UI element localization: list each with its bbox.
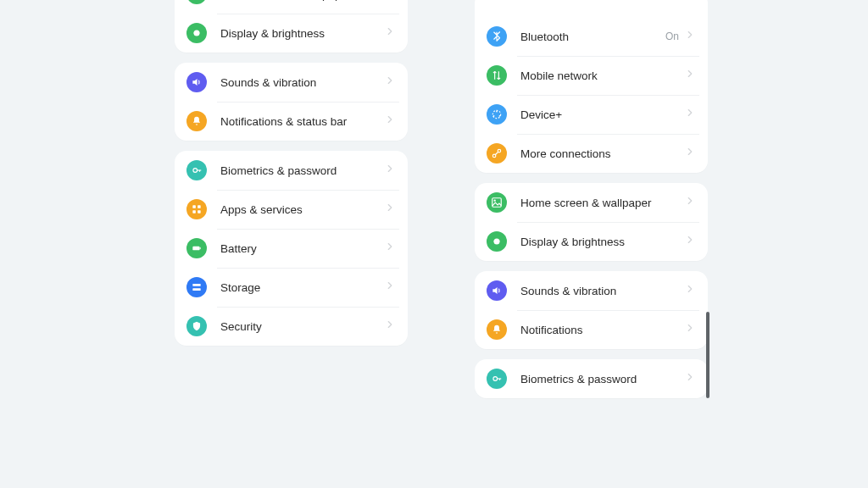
settings-card: Biometrics & passwordApps & servicesBatt… [175,151,408,346]
settings-row-display-brightness[interactable]: Display & brightness [175,14,408,53]
svg-point-15 [493,115,495,117]
settings-row-label: More connections [520,147,681,160]
home-wallpaper-icon [186,0,207,4]
more-connections-icon [487,143,507,164]
svg-rect-10 [200,247,201,249]
settings-card: Biometrics & password [475,359,708,398]
settings-row-label: Home screen & wallpaper [520,197,681,209]
settings-card: BluetoothOnMobile networkDevice+More con… [475,0,708,173]
settings-row-label: Notifications [520,324,681,336]
svg-rect-12 [192,288,200,291]
battery-icon [186,238,207,258]
settings-row-label: Security [220,320,381,333]
settings-row-label: Notifications & status bar [220,115,381,128]
svg-point-21 [494,239,500,245]
settings-row-home-screen-wallpaper[interactable]: Home screen & wallpaper [475,183,708,222]
sounds-icon [487,280,507,301]
settings-card: Home screen & wallpaperDisplay & brightn… [475,183,708,261]
settings-row-label: Device+ [520,108,681,121]
settings-row-biometrics-password[interactable]: Biometrics & password [175,151,408,190]
settings-row-sounds-vibration[interactable]: Sounds & vibration [475,271,708,310]
settings-row-bluetooth[interactable]: BluetoothOn [475,17,708,56]
svg-rect-5 [192,205,196,208]
chevron-right-icon [681,322,696,337]
settings-row-display-brightness[interactable]: Display & brightness [475,222,708,261]
settings-row-notifications[interactable]: Notifications [475,310,708,349]
settings-row-label: Display & brightness [520,236,681,248]
settings-row-label: Storage [220,281,381,294]
settings-row-label: Battery [220,242,381,255]
svg-point-4 [193,169,198,173]
chevron-right-icon [381,319,396,334]
settings-row-label: Bluetooth [520,30,665,43]
svg-rect-19 [492,198,502,208]
svg-rect-9 [192,247,199,251]
settings-row-sounds-vibration[interactable]: Sounds & vibration [175,63,408,102]
display-brightness-icon [186,23,207,43]
display-brightness-icon [487,231,507,252]
settings-row-label: Biometrics & password [520,373,681,385]
settings-row-security[interactable]: Security [175,307,408,346]
settings-row-apps-services[interactable]: Apps & services [175,190,408,229]
chevron-right-icon [681,29,696,44]
device-plus-icon [487,104,507,125]
chevron-right-icon [681,146,696,161]
chevron-right-icon [681,68,696,83]
chevron-right-icon [681,107,696,122]
sounds-icon [186,72,207,92]
notifications-icon [186,111,207,131]
settings-row-more-connections[interactable]: More connections [475,134,708,173]
settings-card: Sounds & vibrationNotifications [475,271,708,349]
notifications-icon [487,319,507,340]
svg-rect-7 [192,210,196,214]
settings-row-battery[interactable]: Battery [175,229,408,268]
settings-row-storage[interactable]: Storage [175,268,408,307]
chevron-right-icon [381,75,396,90]
apps-icon [186,199,207,219]
settings-panel-left: Home screen & wallpaperDisplay & brightn… [175,0,408,346]
security-icon [186,316,207,336]
chevron-right-icon [381,241,396,256]
chevron-right-icon [681,371,696,386]
svg-point-2 [194,30,200,36]
settings-row-home-screen-wallpaper[interactable]: Home screen & wallpaper [175,0,408,14]
svg-rect-8 [198,210,201,214]
svg-point-16 [499,115,501,117]
home-wallpaper-icon [487,192,507,213]
bluetooth-icon [487,26,507,47]
settings-row-label: Biometrics & password [220,164,381,177]
settings-row-mobile-network[interactable]: Mobile network [475,56,708,95]
svg-point-20 [494,200,496,202]
mobile-network-icon [487,65,507,86]
svg-rect-11 [192,284,200,286]
settings-row-label: Mobile network [520,69,681,82]
chevron-right-icon [381,0,396,2]
settings-card: Sounds & vibrationNotifications & status… [175,63,408,141]
biometrics-icon [487,369,507,389]
chevron-right-icon [381,163,396,178]
settings-row-label: Home screen & wallpaper [220,0,381,1]
svg-point-14 [496,111,498,113]
chevron-right-icon [681,283,696,298]
settings-row-label: Sounds & vibration [520,285,681,297]
scroll-indicator[interactable] [706,312,709,398]
storage-icon [186,277,207,297]
chevron-right-icon [681,195,696,210]
settings-row-value: On [665,30,679,42]
biometrics-icon [186,160,207,180]
chevron-right-icon [381,202,396,217]
settings-panel-right: BluetoothOnMobile networkDevice+More con… [475,0,708,398]
chevron-right-icon [681,234,696,249]
chevron-right-icon [381,25,396,41]
settings-row-biometrics-password[interactable]: Biometrics & password [475,359,708,398]
chevron-right-icon [381,280,396,295]
settings-row-label: Display & brightness [220,27,381,40]
chevron-right-icon [381,114,396,129]
settings-row-device[interactable]: Device+ [475,95,708,134]
settings-row-label: Sounds & vibration [220,76,381,89]
settings-card: Home screen & wallpaperDisplay & brightn… [175,0,408,53]
svg-point-23 [493,377,498,381]
settings-row-label: Apps & services [220,203,381,216]
settings-row-notifications-status-bar[interactable]: Notifications & status bar [175,102,408,141]
svg-rect-6 [198,205,201,208]
